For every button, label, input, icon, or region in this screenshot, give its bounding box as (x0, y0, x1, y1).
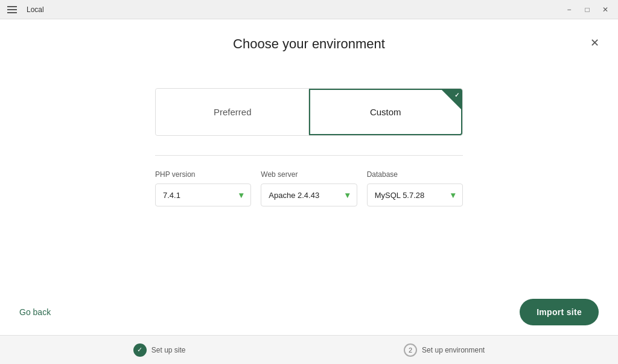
php-label: PHP version (155, 170, 251, 179)
php-chevron-icon: ▾ (239, 190, 243, 200)
titlebar-left: Local (5, 4, 44, 16)
hamburger-icon[interactable] (5, 4, 19, 16)
database-label: Database (367, 170, 463, 179)
php-version-value: 7.4.1 (163, 191, 180, 200)
main-content: Choose your environment ✕ Preferred ✓ Cu… (0, 19, 618, 335)
check-mark-icon: ✓ (454, 92, 459, 98)
go-back-button[interactable]: Go back (19, 307, 51, 317)
database-chevron-icon: ▾ (451, 190, 455, 200)
webserver-select[interactable]: Apache 2.4.43 ▾ (261, 184, 357, 206)
step-1-circle: ✓ (133, 343, 147, 357)
import-site-button[interactable]: Import site (520, 299, 599, 325)
php-version-group: PHP version 7.4.1 ▾ (155, 170, 251, 206)
titlebar-title: Local (27, 5, 44, 14)
maximize-button[interactable]: □ (579, 2, 595, 18)
webserver-value: Apache 2.4.43 (269, 191, 319, 200)
webserver-group: Web server Apache 2.4.43 ▾ (261, 170, 357, 206)
dialog-footer: Go back Import site (0, 289, 618, 335)
step-2-circle: 2 (404, 343, 417, 357)
env-selector: Preferred ✓ Custom (155, 88, 463, 136)
preferred-label: Preferred (214, 107, 252, 117)
titlebar-controls: − □ ✕ (561, 2, 613, 18)
window-close-button[interactable]: ✕ (597, 2, 613, 18)
section-divider (155, 155, 463, 156)
step-1-label: Set up site (151, 346, 186, 354)
database-group: Database MySQL 5.7.28 ▾ (367, 170, 463, 206)
dialog-close-button[interactable]: ✕ (585, 34, 604, 52)
custom-option[interactable]: ✓ Custom (309, 89, 463, 135)
database-value: MySQL 5.7.28 (375, 191, 425, 200)
webserver-chevron-icon: ▾ (345, 190, 349, 200)
custom-label: Custom (370, 107, 401, 117)
dialog-title: Choose your environment (233, 36, 385, 52)
dialog-body: Preferred ✓ Custom PHP version 7.4.1 ▾ W… (0, 64, 618, 289)
step-2: 2 Set up environment (404, 343, 485, 357)
step-bar: ✓ Set up site 2 Set up environment (0, 335, 618, 364)
step-2-label: Set up environment (422, 346, 485, 354)
step-2-number: 2 (409, 346, 412, 354)
webserver-label: Web server (261, 170, 357, 179)
step-1-icon: ✓ (137, 346, 142, 354)
database-select[interactable]: MySQL 5.7.28 ▾ (367, 184, 463, 206)
dialog-header: Choose your environment ✕ (0, 19, 618, 64)
minimize-button[interactable]: − (561, 2, 577, 18)
form-fields: PHP version 7.4.1 ▾ Web server Apache 2.… (155, 170, 463, 206)
titlebar: Local − □ ✕ (0, 0, 618, 19)
step-items: ✓ Set up site 2 Set up environment (24, 343, 594, 357)
preferred-option[interactable]: Preferred (156, 89, 309, 135)
php-version-select[interactable]: 7.4.1 ▾ (155, 184, 251, 206)
step-1: ✓ Set up site (133, 343, 186, 357)
